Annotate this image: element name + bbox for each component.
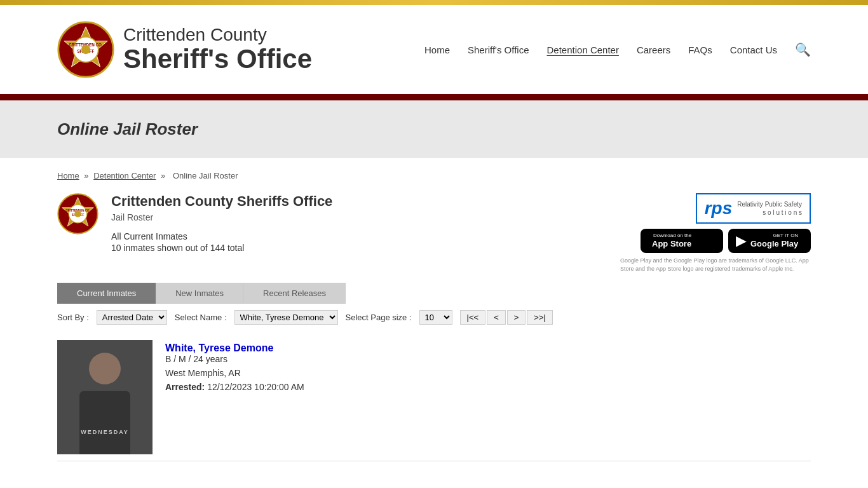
roster-org-name: Crittenden County Sheriffs Office xyxy=(111,193,332,210)
sheriff-badge-logo: CRITTENDEN CO. SHERIFF xyxy=(57,21,114,78)
page-title-section: Online Jail Roster xyxy=(0,100,868,158)
nav-sheriffs-office[interactable]: Sheriff's Office xyxy=(468,44,529,55)
svg-point-5 xyxy=(81,45,90,54)
tab-new-inmates[interactable]: New Inmates xyxy=(156,283,243,304)
nav-careers[interactable]: Careers xyxy=(637,44,670,55)
appstore-label-small: Download on the xyxy=(652,233,691,239)
select-name-label: Select Name : xyxy=(175,313,227,322)
count-label: 10 inmates shown out of 144 total xyxy=(111,243,332,253)
sort-by-select[interactable]: Arrested Date Name Release Date xyxy=(97,310,167,325)
search-button[interactable]: 🔍 xyxy=(795,42,811,57)
select-name-dropdown[interactable]: White, Tyrese Demone xyxy=(234,310,338,325)
page-next-button[interactable]: > xyxy=(507,310,526,325)
logo-line2: Sheriff's Office xyxy=(123,44,312,74)
breadcrumb: Home » Detention Center » Online Jail Ro… xyxy=(0,158,868,187)
sort-by-label: Sort By : xyxy=(57,313,89,322)
site-header: CRITTENDEN CO. SHERIFF Crittenden County… xyxy=(0,5,868,94)
google-play-badge[interactable]: ▶ GET IT ON Google Play xyxy=(728,229,811,253)
google-label-big: Google Play xyxy=(750,239,798,249)
roster-info: All Current Inmates 10 inmates shown out… xyxy=(111,231,332,253)
dark-bar xyxy=(0,94,868,100)
inmate-race-gender-age: B / M / 24 years xyxy=(165,354,811,364)
rps-logo-sub: Relativity Public Safetys o l u t i o n … xyxy=(737,200,802,217)
arrested-label: Arrested: xyxy=(165,382,205,392)
pagination-buttons: |<< < > >>| xyxy=(460,310,553,325)
appstore-label-big: App Store xyxy=(652,239,691,249)
nav-faqs[interactable]: FAQs xyxy=(688,44,712,55)
trademark-text: Google Play and the Google Play logo are… xyxy=(620,257,811,273)
main-content: CRITTENDEN CO. SHERIFF Crittenden County… xyxy=(0,187,868,468)
main-nav: Home Sheriff's Office Detention Center C… xyxy=(424,42,811,57)
page-first-button[interactable]: |<< xyxy=(460,310,486,325)
controls-row: Sort By : Arrested Date Name Release Dat… xyxy=(57,310,811,325)
tabs-row: Current Inmates New Inmates Recent Relea… xyxy=(57,283,811,304)
logo-line1: Crittenden County xyxy=(123,25,312,45)
breadcrumb-current: Online Jail Roster xyxy=(173,171,238,180)
logo-text-block: Crittenden County Sheriff's Office xyxy=(123,25,312,74)
rps-logo-text: rps xyxy=(705,198,733,219)
sheriff-badge-small: CRITTENDEN CO. SHERIFF xyxy=(57,193,98,234)
page-size-select[interactable]: 10 25 50 100 xyxy=(419,310,452,325)
all-current-label: All Current Inmates xyxy=(111,231,332,241)
nav-detention-center[interactable]: Detention Center xyxy=(547,44,619,55)
page-prev-button[interactable]: < xyxy=(487,310,506,325)
appstore-badge[interactable]: Download on the App Store xyxy=(641,229,723,253)
inmate-city-state: West Memphis, AR xyxy=(165,368,811,378)
nav-home[interactable]: Home xyxy=(424,44,450,55)
inmate-arrested: Arrested: 12/12/2023 10:20:00 AM xyxy=(165,382,811,392)
arrested-value: 12/12/2023 10:20:00 AM xyxy=(207,382,304,392)
google-label-small: GET IT ON xyxy=(750,233,798,239)
roster-header: CRITTENDEN CO. SHERIFF Crittenden County… xyxy=(57,193,811,273)
logo-block: CRITTENDEN CO. SHERIFF Crittenden County… xyxy=(57,21,312,78)
inmate-photo: WEDNESDAY xyxy=(57,340,153,454)
nav-contact-us[interactable]: Contact Us xyxy=(730,44,777,55)
tab-recent-releases[interactable]: Recent Releases xyxy=(243,283,346,304)
inmate-name[interactable]: White, Tyrese Demone xyxy=(165,342,273,353)
top-gold-bar xyxy=(0,0,868,5)
rps-block: rps Relativity Public Safetys o l u t i … xyxy=(620,193,811,273)
page-last-button[interactable]: >>| xyxy=(527,310,553,325)
inmate-details: White, Tyrese Demone B / M / 24 years We… xyxy=(165,340,811,454)
roster-title-text: Crittenden County Sheriffs Office Jail R… xyxy=(111,193,332,254)
page-size-label: Select Page size : xyxy=(346,313,412,322)
tab-current-inmates[interactable]: Current Inmates xyxy=(57,283,156,304)
svg-point-11 xyxy=(74,210,81,217)
roster-subtitle: Jail Roster xyxy=(111,212,332,222)
breadcrumb-home[interactable]: Home xyxy=(57,171,79,180)
rps-logo: rps Relativity Public Safetys o l u t i … xyxy=(696,193,811,224)
roster-title-block: CRITTENDEN CO. SHERIFF Crittenden County… xyxy=(57,193,332,254)
breadcrumb-detention-center[interactable]: Detention Center xyxy=(93,171,156,180)
app-badges: Download on the App Store ▶ GET IT ON Go… xyxy=(620,229,811,253)
google-play-icon: ▶ xyxy=(736,233,747,249)
page-title: Online Jail Roster xyxy=(57,119,811,139)
inmate-record: WEDNESDAY White, Tyrese Demone B / M / 2… xyxy=(57,334,811,461)
